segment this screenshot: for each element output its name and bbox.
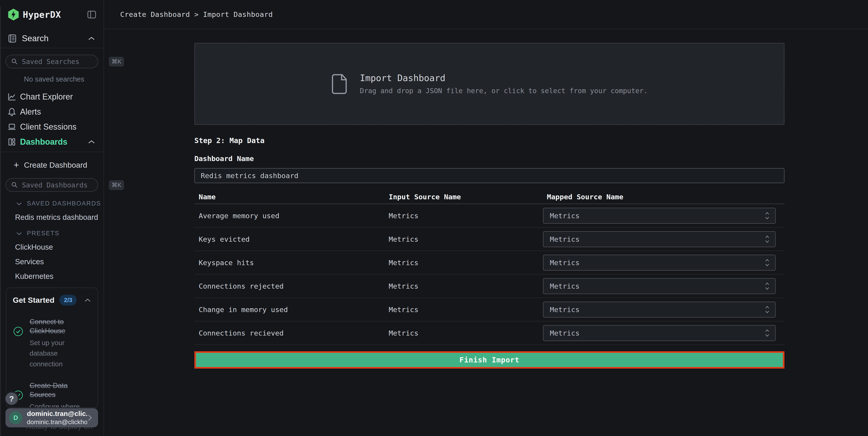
search-section-icon bbox=[8, 34, 17, 43]
column-header-input-source: Input Source Name bbox=[384, 193, 542, 201]
row-name: Keyspace hits bbox=[194, 259, 384, 267]
panel-left-icon bbox=[87, 10, 96, 19]
sidebar: HyperDX Search bbox=[0, 0, 104, 436]
shortcut-badge: ⌘K bbox=[109, 57, 124, 66]
presets-group-header[interactable]: PRESETS bbox=[16, 230, 103, 237]
sidebar-item-dashboards[interactable]: Dashboards bbox=[0, 135, 103, 149]
chevron-right-icon bbox=[87, 414, 93, 422]
column-header-name: Name bbox=[194, 193, 384, 201]
row-input-source: Metrics bbox=[384, 259, 542, 267]
dropzone-title: Import Dashboard bbox=[360, 73, 648, 83]
logo-row: HyperDX bbox=[0, 0, 103, 29]
hyperdx-logo-icon bbox=[8, 8, 19, 21]
mapped-source-value: Metrics bbox=[550, 329, 765, 337]
mapped-source-value: Metrics bbox=[550, 212, 765, 220]
chevron-down-icon bbox=[16, 202, 22, 206]
sidebar-item-alerts[interactable]: Alerts bbox=[0, 104, 103, 119]
row-name: Average memory used bbox=[194, 212, 384, 220]
table-row: Keyspace hits Metrics Metrics bbox=[194, 251, 784, 274]
mapped-source-value: Metrics bbox=[550, 282, 765, 290]
window-edge bbox=[0, 7, 1, 436]
column-header-mapped-source: Mapped Source Name bbox=[542, 193, 784, 201]
mapped-source-value: Metrics bbox=[550, 306, 765, 314]
progress-badge: 2/3 bbox=[59, 295, 77, 306]
select-updown-chevrons-icon bbox=[765, 282, 770, 291]
breadcrumb-current: Import Dashboard bbox=[203, 10, 273, 19]
mapped-source-value: Metrics bbox=[550, 259, 765, 267]
create-dashboard-button[interactable]: + Create Dashboard bbox=[0, 158, 103, 172]
table-row: Change in memory used Metrics Metrics bbox=[194, 298, 784, 321]
mapped-source-select[interactable]: Metrics bbox=[543, 325, 776, 341]
mapped-source-select[interactable]: Metrics bbox=[543, 301, 776, 318]
plus-icon: + bbox=[14, 161, 19, 170]
mapped-source-select[interactable]: Metrics bbox=[543, 231, 776, 247]
table-row: Connections rejected Metrics Metrics bbox=[194, 274, 784, 298]
breadcrumb-create-dashboard[interactable]: Create Dashboard bbox=[120, 10, 190, 19]
saved-searches-field[interactable] bbox=[22, 58, 109, 66]
step-heading: Step 2: Map Data bbox=[194, 136, 784, 145]
search-section-header[interactable]: Search bbox=[0, 29, 103, 48]
chevron-up-icon bbox=[88, 140, 95, 144]
breadcrumb-separator: > bbox=[190, 10, 203, 19]
sidebar-item-chart-explorer[interactable]: Chart Explorer bbox=[0, 89, 103, 104]
chevron-up-icon[interactable] bbox=[84, 298, 91, 302]
chevron-up-icon bbox=[88, 36, 95, 41]
step-description: Set up your database connection bbox=[30, 338, 91, 370]
user-name: dominic.tran@clic... bbox=[27, 410, 87, 417]
row-input-source: Metrics bbox=[384, 235, 542, 243]
select-updown-chevrons-icon bbox=[765, 235, 770, 244]
saved-dashboards-group-header[interactable]: SAVED DASHBOARDS bbox=[16, 200, 103, 207]
select-updown-chevrons-icon bbox=[765, 305, 770, 314]
no-saved-searches-text: No saved searches bbox=[24, 75, 103, 83]
search-section-label: Search bbox=[22, 34, 49, 43]
sidebar-item-client-sessions[interactable]: Client Sessions bbox=[0, 119, 103, 135]
saved-searches-input[interactable]: ⌘K bbox=[5, 55, 98, 68]
shortcut-badge: ⌘K bbox=[109, 180, 124, 190]
get-started-step-2[interactable]: Create Data Sources Configure where your… bbox=[13, 381, 91, 408]
select-updown-chevrons-icon bbox=[765, 211, 770, 220]
help-button[interactable]: ? bbox=[4, 391, 19, 406]
check-circle-icon bbox=[13, 326, 24, 369]
avatar: D bbox=[9, 411, 22, 425]
get-started-step-1[interactable]: Connect to ClickHouse Set up your databa… bbox=[13, 317, 91, 369]
user-menu[interactable]: D dominic.tran@clic... dominic.tran@clic… bbox=[5, 408, 98, 427]
mapped-source-value: Metrics bbox=[550, 235, 765, 243]
preset-item-services[interactable]: Services bbox=[15, 257, 103, 266]
row-input-source: Metrics bbox=[384, 282, 542, 290]
dashboard-name-input[interactable] bbox=[194, 168, 784, 183]
import-content: Import Dashboard Drag and drop a JSON fi… bbox=[194, 43, 784, 369]
mapping-table: Name Input Source Name Mapped Source Nam… bbox=[194, 190, 784, 345]
row-input-source: Metrics bbox=[384, 329, 542, 337]
step-title: Create Data Sources bbox=[30, 381, 91, 400]
preset-item-clickhouse[interactable]: ClickHouse bbox=[15, 243, 103, 252]
table-row: Keys evicted Metrics Metrics bbox=[194, 228, 784, 251]
saved-dashboard-item[interactable]: Redis metrics dashboard bbox=[15, 213, 103, 222]
table-body: Average memory used Metrics Metrics Keys… bbox=[194, 204, 784, 345]
row-input-source: Metrics bbox=[384, 212, 542, 220]
page-header: Create Dashboard > Import Dashboard bbox=[104, 0, 868, 29]
finish-import-button[interactable]: Finish Import bbox=[194, 351, 784, 369]
sidebar-collapse-button[interactable] bbox=[87, 9, 97, 20]
app-title: HyperDX bbox=[23, 9, 61, 20]
question-mark-icon: ? bbox=[9, 394, 14, 403]
step-description: Configure where your data comes from bbox=[30, 401, 91, 408]
preset-item-kubernetes[interactable]: Kubernetes bbox=[15, 272, 103, 281]
mapped-source-select[interactable]: Metrics bbox=[543, 255, 776, 271]
user-email: dominic.tran@clickho... bbox=[27, 418, 87, 426]
saved-dashboards-field[interactable] bbox=[22, 181, 109, 189]
saved-dashboards-input[interactable]: ⌘K bbox=[5, 178, 98, 192]
chart-line-icon bbox=[7, 92, 20, 101]
json-dropzone[interactable]: Import Dashboard Drag and drop a JSON fi… bbox=[194, 43, 784, 125]
mapped-source-select[interactable]: Metrics bbox=[543, 278, 776, 294]
row-name: Change in memory used bbox=[194, 306, 384, 314]
dashboard-name-label: Dashboard Name bbox=[194, 154, 784, 163]
mapped-source-select[interactable]: Metrics bbox=[543, 208, 776, 224]
finish-import-label: Finish Import bbox=[460, 356, 519, 364]
row-name: Connections rejected bbox=[194, 282, 384, 290]
breadcrumb: Create Dashboard > Import Dashboard bbox=[120, 10, 273, 19]
table-row: Average memory used Metrics Metrics bbox=[194, 204, 784, 228]
laptop-icon bbox=[7, 122, 20, 132]
step-title: Connect to ClickHouse bbox=[30, 317, 91, 336]
table-header-row: Name Input Source Name Mapped Source Nam… bbox=[194, 190, 784, 204]
chevron-down-icon bbox=[16, 231, 22, 236]
